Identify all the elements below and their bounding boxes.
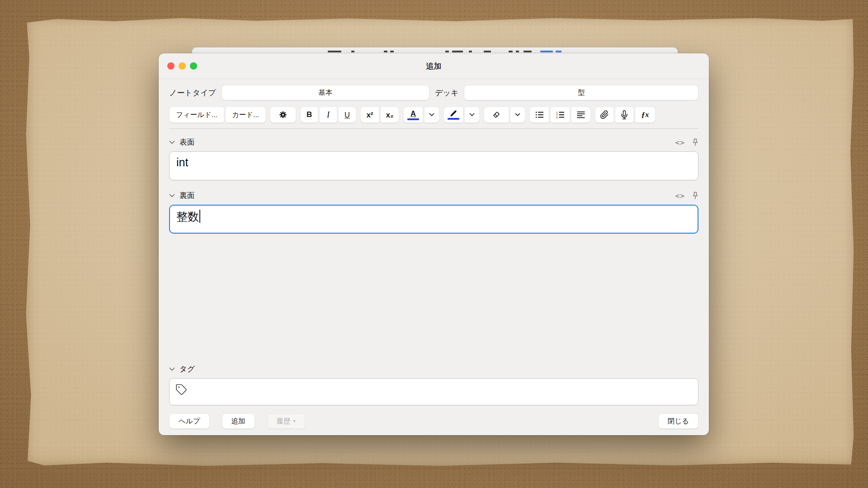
alignment-button[interactable] [571,107,591,123]
clipped-text-fragment [524,51,532,52]
highlight-color-button[interactable] [443,107,463,123]
clipped-text-fragment [469,51,472,52]
remove-formatting-button[interactable] [484,107,509,123]
superscript-icon: x² [367,111,373,119]
back-field-header[interactable]: 裏面 <> [169,189,698,202]
italic-button[interactable]: I [319,107,337,123]
bold-button[interactable]: B [300,107,318,123]
notetype-button[interactable]: 基本 [222,85,429,100]
function-icon: ƒx [642,110,649,119]
footer-bar: ヘルプ 追加 履歴 ▾ 閉じる [169,413,698,429]
chevron-down-icon [169,194,175,198]
numbered-list-button[interactable]: 123 [550,107,570,123]
back-field-editor[interactable]: 整数 [169,205,698,234]
numbered-list-icon: 123 [555,110,565,120]
text-color-dropdown-button[interactable] [424,107,439,123]
html-editor-toggle[interactable]: <> [675,138,685,147]
bold-icon: B [307,110,312,119]
clipped-text-fragment [484,51,491,52]
equations-button[interactable]: ƒx [635,107,656,123]
tags-header[interactable]: タグ [169,363,698,375]
chevron-down-icon [515,113,520,117]
tags-input[interactable] [169,378,698,405]
clipped-text-fragment [384,51,387,52]
toolbar-separator [169,128,698,129]
add-note-dialog: 追加 ノートタイプ 基本 デッキ 型 フィールド... カード... [159,53,709,435]
chevron-down-icon [469,113,475,117]
pin-icon[interactable] [692,138,698,146]
bullet-list-icon [534,110,544,120]
attach-file-button[interactable] [595,107,614,123]
gear-icon [278,110,288,119]
superscript-button[interactable]: x² [360,107,379,123]
chevron-down-icon [169,367,175,371]
html-editor-toggle[interactable]: <> [675,192,685,200]
editor-toolbar: フィールド... カード... [169,107,698,123]
pin-icon[interactable] [692,192,698,200]
clipped-text-fragment [328,51,341,52]
text-color-swatch [407,118,419,120]
close-button[interactable]: 閉じる [658,413,698,429]
tag-icon [175,384,188,396]
back-field-text: 整数 [176,210,199,223]
italic-icon: I [327,110,330,120]
bullet-list-button[interactable] [529,107,549,123]
clipped-text-fragment [445,51,449,52]
tags-label: タグ [179,364,195,374]
clipped-text-fragment [452,51,463,52]
history-button-label: 履歴 [277,417,291,426]
chevron-down-icon [169,141,175,145]
paperclip-icon [600,110,609,119]
clipped-text-fragment [516,51,519,52]
eraser-icon [491,110,501,120]
clipped-text-fragment [351,51,354,52]
help-button[interactable]: ヘルプ [169,413,210,429]
remove-formatting-dropdown-button[interactable] [510,107,525,123]
dialog-content: ノートタイプ 基本 デッキ 型 フィールド... カード... [159,79,709,435]
subscript-icon: x₂ [386,111,394,119]
deck-label: デッキ [435,88,458,98]
highlight-color-dropdown-button[interactable] [464,107,480,123]
cards-button[interactable]: カード... [225,107,266,123]
text-caret [199,210,200,223]
front-field-header[interactable]: 表面 <> [169,136,698,149]
record-audio-button[interactable] [615,107,634,123]
fields-button[interactable]: フィールド... [169,107,224,123]
add-button[interactable]: 追加 [222,413,255,429]
back-field-label: 裏面 [179,191,194,201]
deck-button[interactable]: 型 [464,85,698,100]
subscript-button[interactable]: x₂ [380,107,399,123]
chevron-down-icon [429,113,434,117]
clipped-text-fragment [556,51,561,52]
titlebar: 追加 [159,53,709,79]
front-field-label: 表面 [179,137,194,147]
text-color-icon: A [410,110,416,117]
empty-space [169,234,698,363]
history-button[interactable]: 履歴 ▾ [267,413,305,429]
text-color-button[interactable]: A [403,107,423,123]
front-field-editor[interactable]: int [169,151,698,180]
settings-button[interactable] [270,107,296,123]
marker-pen-icon [450,110,457,117]
window-title: 追加 [159,53,709,79]
svg-text:3: 3 [556,116,557,119]
align-left-icon [576,110,586,120]
dropdown-arrow-icon: ▾ [293,419,296,423]
notetype-label: ノートタイプ [169,88,216,98]
clipped-text-fragment [390,51,394,52]
highlight-color-swatch [448,118,459,120]
microphone-icon [620,110,629,119]
notetype-deck-row: ノートタイプ 基本 デッキ 型 [169,85,698,100]
underline-icon: U [344,111,350,119]
clipped-text-fragment [540,51,553,52]
clipped-text-fragment [509,51,513,52]
underline-button[interactable]: U [338,107,356,123]
